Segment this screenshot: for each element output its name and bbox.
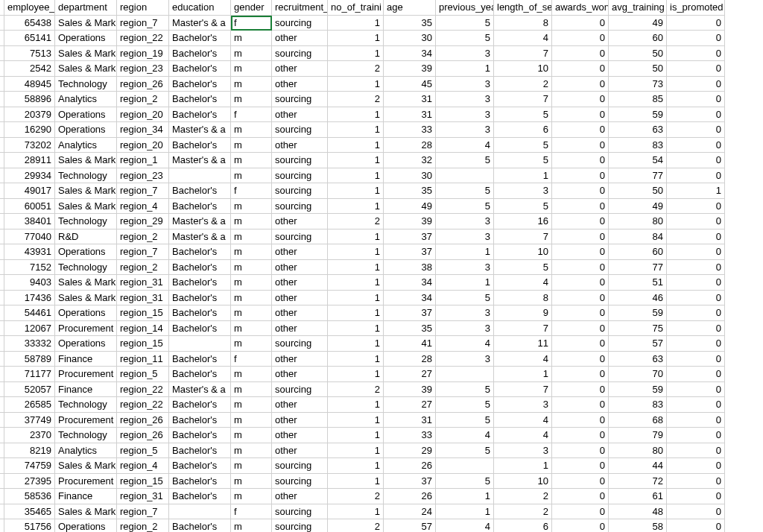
cell[interactable]: 5 [436, 474, 494, 490]
cell[interactable]: Operations [55, 122, 117, 138]
cell[interactable]: 5 [436, 199, 494, 215]
cell[interactable]: m [231, 413, 272, 428]
cell[interactable]: 5 [436, 153, 494, 168]
cell[interactable]: Technology [55, 77, 117, 92]
cell[interactable]: 59 [609, 107, 667, 123]
cell[interactable]: Technology [55, 168, 117, 184]
cell[interactable]: Sales & Mark [55, 458, 117, 474]
cell[interactable]: sourcing [272, 519, 328, 532]
cell[interactable]: 74759 [4, 458, 55, 474]
cell[interactable]: 48 [609, 504, 667, 520]
cell[interactable]: 4 [436, 428, 494, 443]
cell[interactable]: 3 [436, 214, 494, 229]
cell[interactable]: Technology [55, 214, 117, 229]
column-header[interactable]: awards_won [552, 0, 609, 16]
cell[interactable]: 0 [667, 305, 725, 321]
cell[interactable]: 38 [384, 260, 436, 276]
cell[interactable]: 2 [328, 519, 384, 532]
cell[interactable]: 1 [328, 122, 384, 138]
cell[interactable]: m [231, 31, 272, 46]
cell[interactable]: 46 [609, 291, 667, 306]
cell[interactable]: 2 [494, 77, 552, 92]
cell[interactable]: other [272, 305, 328, 321]
cell[interactable]: 16290 [4, 122, 55, 138]
cell[interactable]: 2370 [4, 428, 55, 443]
cell[interactable]: sourcing [272, 168, 328, 184]
cell[interactable]: 52057 [4, 382, 55, 398]
cell[interactable]: Technology [55, 260, 117, 276]
cell[interactable]: region_7 [117, 244, 169, 260]
column-header[interactable]: previous_yea [436, 0, 494, 16]
cell[interactable]: 0 [667, 275, 725, 291]
cell[interactable]: 0 [667, 229, 725, 245]
cell[interactable]: Master's & a [169, 382, 231, 398]
cell[interactable]: 5 [436, 16, 494, 31]
cell[interactable]: 28 [384, 352, 436, 367]
cell[interactable]: 0 [667, 122, 725, 138]
cell[interactable]: m [231, 458, 272, 474]
cell[interactable]: m [231, 474, 272, 490]
cell[interactable]: Bachelor's [169, 519, 231, 532]
cell[interactable]: 0 [667, 474, 725, 490]
cell[interactable]: other [272, 367, 328, 382]
cell[interactable]: 3 [494, 183, 552, 199]
cell[interactable]: 3 [436, 46, 494, 62]
cell[interactable]: 0 [667, 458, 725, 474]
cell[interactable]: 4 [494, 275, 552, 291]
cell[interactable]: 38401 [4, 214, 55, 229]
cell[interactable]: 49017 [4, 183, 55, 199]
cell[interactable]: 30 [384, 168, 436, 184]
cell[interactable]: 50 [609, 46, 667, 62]
cell[interactable]: 0 [667, 367, 725, 382]
cell[interactable]: sourcing [272, 122, 328, 138]
cell[interactable]: m [231, 122, 272, 138]
cell[interactable]: Sales & Mark [55, 16, 117, 31]
cell[interactable]: f [231, 352, 272, 367]
cell[interactable]: 0 [667, 397, 725, 413]
cell[interactable]: f [231, 16, 272, 31]
cell[interactable]: 5 [436, 413, 494, 428]
cell[interactable]: 0 [552, 77, 609, 92]
cell[interactable]: 57 [609, 336, 667, 352]
cell[interactable]: 31 [384, 92, 436, 107]
cell[interactable]: m [231, 138, 272, 153]
cell[interactable]: 1 [328, 428, 384, 443]
cell[interactable]: 5 [436, 291, 494, 306]
column-header[interactable]: education [169, 0, 231, 16]
cell[interactable]: 35 [384, 321, 436, 337]
cell[interactable]: m [231, 489, 272, 504]
cell[interactable]: Analytics [55, 443, 117, 459]
cell[interactable]: sourcing [272, 92, 328, 107]
cell[interactable]: 1 [494, 458, 552, 474]
cell[interactable]: 1 [328, 474, 384, 490]
cell[interactable]: 32 [384, 153, 436, 168]
cell[interactable]: sourcing [272, 504, 328, 520]
cell[interactable]: 9 [494, 305, 552, 321]
cell[interactable]: region_31 [117, 291, 169, 306]
cell[interactable]: sourcing [272, 16, 328, 31]
cell[interactable]: 5 [494, 107, 552, 123]
cell[interactable]: 61 [609, 489, 667, 504]
cell[interactable]: 0 [667, 61, 725, 77]
cell[interactable]: 0 [552, 458, 609, 474]
cell[interactable]: 0 [667, 519, 725, 532]
cell[interactable]: 0 [552, 504, 609, 520]
cell[interactable]: other [272, 138, 328, 153]
column-header[interactable]: is_promoted [667, 0, 725, 16]
cell[interactable]: 0 [552, 244, 609, 260]
cell[interactable]: 29 [384, 443, 436, 459]
cell[interactable]: Procurement [55, 413, 117, 428]
cell[interactable]: 37749 [4, 413, 55, 428]
cell[interactable]: 37 [384, 229, 436, 245]
cell[interactable]: 58536 [4, 489, 55, 504]
cell[interactable]: 5 [436, 183, 494, 199]
cell[interactable]: 7513 [4, 46, 55, 62]
cell[interactable]: 68 [609, 413, 667, 428]
cell[interactable]: sourcing [272, 183, 328, 199]
cell[interactable]: Sales & Mark [55, 199, 117, 215]
cell[interactable]: sourcing [272, 458, 328, 474]
cell[interactable]: m [231, 260, 272, 276]
cell[interactable]: 1 [328, 397, 384, 413]
cell[interactable]: Bachelor's [169, 61, 231, 77]
cell[interactable]: Bachelor's [169, 31, 231, 46]
